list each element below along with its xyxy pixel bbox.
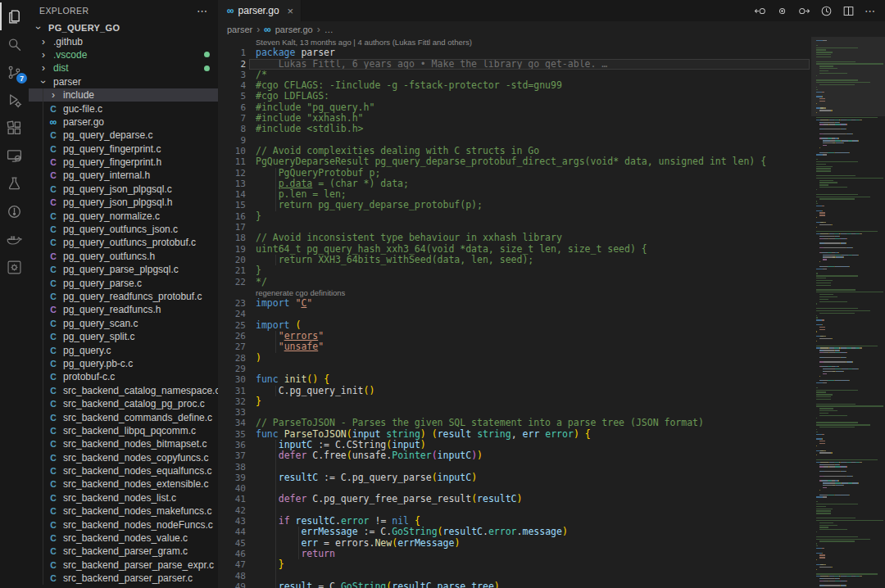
code-line-45[interactable]: 45 err = errors.New(errMessage) [218,538,811,549]
code-line-13[interactable]: 13 p.data = (char *) data; [218,179,811,189]
docker-icon[interactable] [0,225,29,253]
code-line-6[interactable]: 6#include "pg_query.h" [218,102,811,113]
code-line-48[interactable]: 48 [218,571,811,581]
tree-item-pg-query-outfuncs-h[interactable]: Cpg_query_outfuncs.h [29,250,218,263]
tree-item-src-backend-nodes-nodefuncs-c[interactable]: Csrc_backend_nodes_nodeFuncs.c [29,518,218,531]
breadcrumb-symbol[interactable]: … [324,25,334,34]
tree-item-dist[interactable]: ›dist [29,61,218,75]
tree-item-pg-query-parse-plpgsql-c[interactable]: Cpg_query_parse_plpgsql.c [29,263,218,276]
run-debug-icon[interactable] [0,86,29,114]
tree-item-pg-query-readfuncs-h[interactable]: Cpg_query_readfuncs.h [29,303,218,316]
code-line-7[interactable]: 7#include "xxhash.h" [218,113,811,124]
code-line-46[interactable]: 46 return [218,549,811,559]
code-line-27[interactable]: 27 "unsafe" [218,341,811,352]
code-line-12[interactable]: 12 PgQueryProtobuf p; [218,168,811,179]
code-line-25[interactable]: 25import ( [218,320,811,331]
code-line-14[interactable]: 14 p.len = len; [218,189,811,200]
tree-item-src-backend-catalog-namespace-c[interactable]: Csrc_backend_catalog_namespace.c [29,384,218,397]
tree-item-src-backend-nodes-copyfuncs-c[interactable]: Csrc_backend_nodes_copyfuncs.c [29,451,218,464]
search-icon[interactable] [0,30,29,58]
code-line-37[interactable]: 37 defer C.free(unsafe.Pointer(inputC)) [218,450,811,461]
pull-requests-icon[interactable] [0,197,29,225]
code-line-4[interactable]: 4#cgo CFLAGS: -Iinclude -g -fstack-prote… [218,80,811,91]
source-control-icon[interactable]: 7 [0,58,29,86]
code-line-26[interactable]: 26 "errors" [218,331,811,341]
code-line-11[interactable]: 11PgQueryDeparseResult pg_query_deparse_… [218,156,811,167]
tree-item-pg-query-parse-c[interactable]: Cpg_query_parse.c [29,276,218,289]
code-line-17[interactable]: 17 [218,222,811,233]
code-line-36[interactable]: 36 inputC := C.CString(input) [218,440,811,450]
tree-item-pg-query-fingerprint-c[interactable]: Cpg_query_fingerprint.c [29,142,218,156]
code-line-42[interactable]: 42 [218,505,811,516]
close-icon[interactable]: × [288,5,294,17]
code-line-5[interactable]: 5#cgo LDFLAGS: [218,91,811,102]
code-line-10[interactable]: 10// Avoid complexities dealing with C s… [218,146,811,156]
tree-item-pg-query-fingerprint-h[interactable]: Cpg_query_fingerprint.h [29,156,218,169]
tree-item-pg-query-json-plpgsql-c[interactable]: Cpg_query_json_plpgsql.c [29,183,218,196]
code-line-30[interactable]: 30func init() { [218,374,811,385]
code-line-22[interactable]: 22*/ [218,277,811,287]
tree-item-src-backend-nodes-bitmapset-c[interactable]: Csrc_backend_nodes_bitmapset.c [29,437,218,450]
code-area[interactable]: Steven Kalt, 13 months ago | 4 authors (… [218,37,811,588]
code-line-23[interactable]: 23import "C" [218,298,811,309]
code-line-49[interactable]: 49 result = C.GoString(resultC.parse_tre… [218,581,811,588]
more-actions-icon[interactable]: ⋯ [864,4,877,17]
tree-item-parser[interactable]: ›parser [29,75,218,88]
tab-parser-go[interactable]: ∞ parser.go × [218,0,302,21]
tree-item-pg-query-pb-c-c[interactable]: Cpg_query.pb-c.c [29,357,218,370]
split-editor-icon[interactable] [842,4,855,17]
next-change-icon[interactable] [797,4,810,17]
code-line-1[interactable]: 1package parser [218,47,811,58]
code-line-40[interactable]: 40 [218,483,811,494]
tree-item-src-backend-nodes-extensible-c[interactable]: Csrc_backend_nodes_extensible.c [29,477,218,491]
tree-item-pg-query-c[interactable]: Cpg_query.c [29,343,218,356]
tree-item-guc-file-c[interactable]: Cguc-file.c [29,102,218,115]
tree-item-src-backend-parser-parse-expr-c[interactable]: Csrc_backend_parser_parse_expr.c [29,559,218,572]
tree-item-parser-go[interactable]: ∞parser.go [29,115,218,129]
tree-item--github[interactable]: ›.github [29,34,218,47]
previous-change-icon[interactable] [753,4,766,17]
tree-item-src-backend-libpq-pqcomm-c[interactable]: Csrc_backend_libpq_pqcomm.c [29,424,218,437]
tree-item-pg-query-readfuncs-protobuf-c[interactable]: Cpg_query_readfuncs_protobuf.c [29,290,218,303]
tree-item-src-backend-nodes-value-c[interactable]: Csrc_backend_nodes_value.c [29,531,218,545]
more-actions-icon[interactable]: ⋯ [197,5,208,17]
tree-item-pg-query-json-plpgsql-h[interactable]: Cpg_query_json_plpgsql.h [29,196,218,209]
breadcrumb-file[interactable]: parser.go [275,25,313,34]
tree-item-include[interactable]: ›include [29,88,218,102]
tree-item-src-backend-commands-define-c[interactable]: Csrc_backend_commands_define.c [29,410,218,423]
code-line-31[interactable]: 31 C.pg_query_init() [218,386,811,396]
tree-item-pg-query-go[interactable]: ›PG_QUERY_GO [29,21,218,34]
tree-item-pg-query-scan-c[interactable]: Cpg_query_scan.c [29,317,218,330]
code-line-34[interactable]: 34// ParseToJSON - Parses the given SQL … [218,418,811,428]
code-line-2[interactable]: 2Lukas Fittl, 6 years ago • Make the lib… [218,59,811,70]
remote-explorer-icon[interactable] [0,142,29,170]
code-lens[interactable]: regenerate cgo definitions [218,287,811,298]
tree-item-src-backend-parser-parser-c[interactable]: Csrc_backend_parser_parser.c [29,572,218,585]
tree-item-src-backend-nodes-makefuncs-c[interactable]: Csrc_backend_nodes_makefuncs.c [29,504,218,518]
code-line-41[interactable]: 41 defer C.pg_query_free_parse_result(re… [218,494,811,504]
code-line-47[interactable]: 47 } [218,559,811,570]
code-line-29[interactable]: 29 [218,364,811,374]
breadcrumb-folder[interactable]: parser [227,25,252,34]
tree-item-pg-query-outfuncs-json-c[interactable]: Cpg_query_outfuncs_json.c [29,223,218,236]
code-lens[interactable]: Steven Kalt, 13 months ago | 4 authors (… [218,37,811,47]
minimap[interactable] [811,37,885,588]
tree-item-src-backend-parser-gram-c[interactable]: Csrc_backend_parser_gram.c [29,545,218,558]
code-line-32[interactable]: 32} [218,396,811,407]
code-line-21[interactable]: 21} [218,265,811,276]
tree-item-pg-query-deparse-c[interactable]: Cpg_query_deparse.c [29,129,218,142]
code-line-44[interactable]: 44 errMessage := C.GoString(resultC.erro… [218,527,811,537]
code-line-38[interactable]: 38 [218,462,811,473]
tree-item-pg-query-internal-h[interactable]: Cpg_query_internal.h [29,169,218,182]
code-line-24[interactable]: 24 [218,309,811,319]
open-changes-icon[interactable] [775,4,788,17]
code-line-39[interactable]: 39 resultC := C.pg_query_parse(inputC) [218,473,811,483]
tree-item-src-backend-nodes-equalfuncs-c[interactable]: Csrc_backend_nodes_equalfuncs.c [29,464,218,477]
code-line-16[interactable]: 16} [218,211,811,222]
tree-item-src-backend-nodes-list-c[interactable]: Csrc_backend_nodes_list.c [29,491,218,504]
tree-item-pg-query-outfuncs-protobuf-c[interactable]: Cpg_query_outfuncs_protobuf.c [29,236,218,249]
code-line-8[interactable]: 8#include <stdlib.h> [218,124,811,134]
testing-icon[interactable] [0,170,29,197]
code-line-28[interactable]: 28) [218,353,811,364]
code-line-19[interactable]: 19uint64_t pg_query_hash_xxh3_64(void *d… [218,244,811,255]
